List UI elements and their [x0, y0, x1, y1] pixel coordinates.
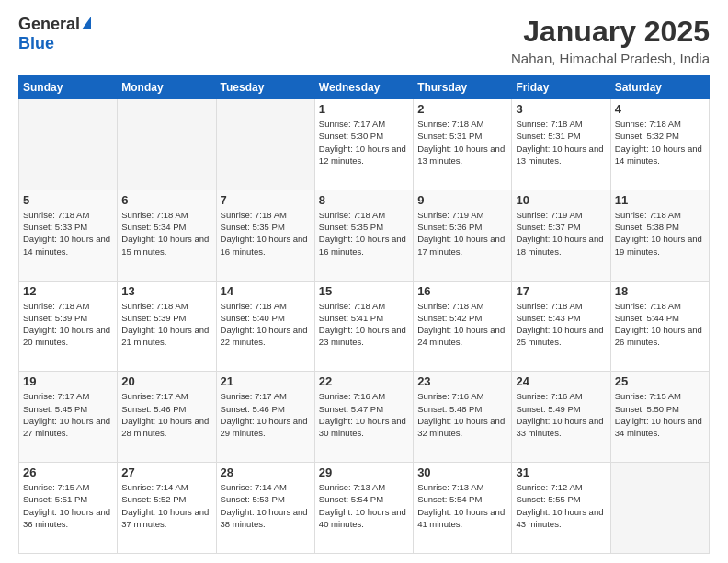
- day-number: 23: [417, 374, 507, 388]
- day-info: Sunrise: 7:13 AMSunset: 5:54 PMDaylight:…: [319, 481, 409, 530]
- day-number: 25: [615, 374, 705, 388]
- day-info: Sunrise: 7:18 AMSunset: 5:40 PMDaylight:…: [221, 300, 311, 349]
- day-info: Sunrise: 7:19 AMSunset: 5:36 PMDaylight:…: [417, 209, 507, 258]
- day-number: 2: [417, 102, 507, 116]
- calendar-cell: 20Sunrise: 7:17 AMSunset: 5:46 PMDayligh…: [118, 372, 216, 463]
- calendar-cell: 29Sunrise: 7:13 AMSunset: 5:54 PMDayligh…: [314, 463, 413, 554]
- day-number: 6: [121, 193, 211, 207]
- day-number: 24: [516, 374, 606, 388]
- logo-blue-text: Blue: [18, 34, 54, 53]
- day-number: 18: [615, 284, 705, 298]
- day-info: Sunrise: 7:18 AMSunset: 5:32 PMDaylight:…: [615, 118, 705, 167]
- day-info: Sunrise: 7:18 AMSunset: 5:35 PMDaylight:…: [319, 209, 409, 258]
- calendar-cell: 27Sunrise: 7:14 AMSunset: 5:52 PMDayligh…: [118, 463, 216, 554]
- calendar-week-row: 5Sunrise: 7:18 AMSunset: 5:33 PMDaylight…: [19, 190, 710, 281]
- day-info: Sunrise: 7:16 AMSunset: 5:49 PMDaylight:…: [516, 390, 606, 439]
- calendar-cell: 15Sunrise: 7:18 AMSunset: 5:41 PMDayligh…: [314, 281, 413, 372]
- day-number: 28: [221, 465, 311, 479]
- day-number: 7: [221, 193, 311, 207]
- day-info: Sunrise: 7:17 AMSunset: 5:46 PMDaylight:…: [221, 390, 311, 439]
- calendar-cell: 4Sunrise: 7:18 AMSunset: 5:32 PMDaylight…: [610, 99, 709, 190]
- day-number: 22: [319, 374, 409, 388]
- day-number: 12: [23, 284, 113, 298]
- calendar-cell: 17Sunrise: 7:18 AMSunset: 5:43 PMDayligh…: [512, 281, 610, 372]
- day-info: Sunrise: 7:18 AMSunset: 5:41 PMDaylight:…: [319, 300, 409, 349]
- day-number: 17: [516, 284, 606, 298]
- day-info: Sunrise: 7:15 AMSunset: 5:50 PMDaylight:…: [615, 390, 705, 439]
- calendar-subtitle: Nahan, Himachal Pradesh, India: [511, 51, 710, 66]
- calendar-cell: [216, 99, 314, 190]
- header-tuesday: Tuesday: [216, 76, 314, 99]
- day-info: Sunrise: 7:18 AMSunset: 5:42 PMDaylight:…: [417, 300, 507, 349]
- calendar-cell: 18Sunrise: 7:18 AMSunset: 5:44 PMDayligh…: [610, 281, 709, 372]
- title-section: January 2025 Nahan, Himachal Pradesh, In…: [511, 15, 710, 66]
- day-info: Sunrise: 7:16 AMSunset: 5:47 PMDaylight:…: [319, 390, 409, 439]
- calendar-header-row: Sunday Monday Tuesday Wednesday Thursday…: [19, 76, 710, 99]
- calendar-cell: 3Sunrise: 7:18 AMSunset: 5:31 PMDaylight…: [512, 99, 610, 190]
- logo: General Blue: [18, 15, 91, 53]
- day-info: Sunrise: 7:18 AMSunset: 5:44 PMDaylight:…: [615, 300, 705, 349]
- day-info: Sunrise: 7:17 AMSunset: 5:46 PMDaylight:…: [121, 390, 211, 439]
- day-number: 5: [23, 193, 113, 207]
- calendar-cell: 21Sunrise: 7:17 AMSunset: 5:46 PMDayligh…: [216, 372, 314, 463]
- calendar-cell: 2Sunrise: 7:18 AMSunset: 5:31 PMDaylight…: [414, 99, 512, 190]
- calendar-cell: 24Sunrise: 7:16 AMSunset: 5:49 PMDayligh…: [512, 372, 610, 463]
- day-info: Sunrise: 7:18 AMSunset: 5:39 PMDaylight:…: [121, 300, 211, 349]
- calendar-week-row: 26Sunrise: 7:15 AMSunset: 5:51 PMDayligh…: [19, 463, 710, 554]
- calendar-cell: 11Sunrise: 7:18 AMSunset: 5:38 PMDayligh…: [610, 190, 709, 281]
- calendar-cell: 28Sunrise: 7:14 AMSunset: 5:53 PMDayligh…: [216, 463, 314, 554]
- day-info: Sunrise: 7:18 AMSunset: 5:39 PMDaylight:…: [23, 300, 113, 349]
- day-info: Sunrise: 7:19 AMSunset: 5:37 PMDaylight:…: [516, 209, 606, 258]
- calendar-cell: 1Sunrise: 7:17 AMSunset: 5:30 PMDaylight…: [314, 99, 413, 190]
- header: General Blue January 2025 Nahan, Himacha…: [18, 15, 710, 66]
- day-number: 20: [121, 374, 211, 388]
- day-info: Sunrise: 7:18 AMSunset: 5:31 PMDaylight:…: [417, 118, 507, 167]
- calendar-cell: 8Sunrise: 7:18 AMSunset: 5:35 PMDaylight…: [314, 190, 413, 281]
- page: General Blue January 2025 Nahan, Himacha…: [0, 0, 728, 563]
- day-number: 1: [319, 102, 409, 116]
- calendar-week-row: 12Sunrise: 7:18 AMSunset: 5:39 PMDayligh…: [19, 281, 710, 372]
- day-number: 16: [417, 284, 507, 298]
- header-saturday: Saturday: [610, 76, 709, 99]
- day-number: 13: [121, 284, 211, 298]
- calendar-cell: 7Sunrise: 7:18 AMSunset: 5:35 PMDaylight…: [216, 190, 314, 281]
- day-info: Sunrise: 7:13 AMSunset: 5:54 PMDaylight:…: [417, 481, 507, 530]
- day-number: 14: [221, 284, 311, 298]
- calendar-table: Sunday Monday Tuesday Wednesday Thursday…: [18, 75, 710, 554]
- day-info: Sunrise: 7:18 AMSunset: 5:43 PMDaylight:…: [516, 300, 606, 349]
- day-number: 10: [516, 193, 606, 207]
- calendar-cell: 31Sunrise: 7:12 AMSunset: 5:55 PMDayligh…: [512, 463, 610, 554]
- day-info: Sunrise: 7:12 AMSunset: 5:55 PMDaylight:…: [516, 481, 606, 530]
- day-info: Sunrise: 7:17 AMSunset: 5:45 PMDaylight:…: [23, 390, 113, 439]
- calendar-cell: 9Sunrise: 7:19 AMSunset: 5:36 PMDaylight…: [414, 190, 512, 281]
- header-monday: Monday: [118, 76, 216, 99]
- day-info: Sunrise: 7:18 AMSunset: 5:38 PMDaylight:…: [615, 209, 705, 258]
- calendar-cell: [118, 99, 216, 190]
- header-friday: Friday: [512, 76, 610, 99]
- calendar-cell: 13Sunrise: 7:18 AMSunset: 5:39 PMDayligh…: [118, 281, 216, 372]
- day-number: 4: [615, 102, 705, 116]
- day-info: Sunrise: 7:18 AMSunset: 5:34 PMDaylight:…: [121, 209, 211, 258]
- calendar-cell: 14Sunrise: 7:18 AMSunset: 5:40 PMDayligh…: [216, 281, 314, 372]
- calendar-title: January 2025: [511, 15, 710, 49]
- day-number: 3: [516, 102, 606, 116]
- calendar-cell: 12Sunrise: 7:18 AMSunset: 5:39 PMDayligh…: [19, 281, 118, 372]
- day-info: Sunrise: 7:18 AMSunset: 5:31 PMDaylight:…: [516, 118, 606, 167]
- day-info: Sunrise: 7:14 AMSunset: 5:52 PMDaylight:…: [121, 481, 211, 530]
- day-number: 8: [319, 193, 409, 207]
- day-info: Sunrise: 7:15 AMSunset: 5:51 PMDaylight:…: [23, 481, 113, 530]
- calendar-cell: [19, 99, 118, 190]
- calendar-cell: 5Sunrise: 7:18 AMSunset: 5:33 PMDaylight…: [19, 190, 118, 281]
- calendar-cell: [610, 463, 709, 554]
- day-info: Sunrise: 7:14 AMSunset: 5:53 PMDaylight:…: [221, 481, 311, 530]
- calendar-week-row: 19Sunrise: 7:17 AMSunset: 5:45 PMDayligh…: [19, 372, 710, 463]
- day-number: 31: [516, 465, 606, 479]
- calendar-week-row: 1Sunrise: 7:17 AMSunset: 5:30 PMDaylight…: [19, 99, 710, 190]
- calendar-cell: 6Sunrise: 7:18 AMSunset: 5:34 PMDaylight…: [118, 190, 216, 281]
- day-number: 15: [319, 284, 409, 298]
- logo-triangle-icon: [82, 17, 91, 29]
- header-sunday: Sunday: [19, 76, 118, 99]
- day-number: 26: [23, 465, 113, 479]
- day-info: Sunrise: 7:18 AMSunset: 5:33 PMDaylight:…: [23, 209, 113, 258]
- header-wednesday: Wednesday: [314, 76, 413, 99]
